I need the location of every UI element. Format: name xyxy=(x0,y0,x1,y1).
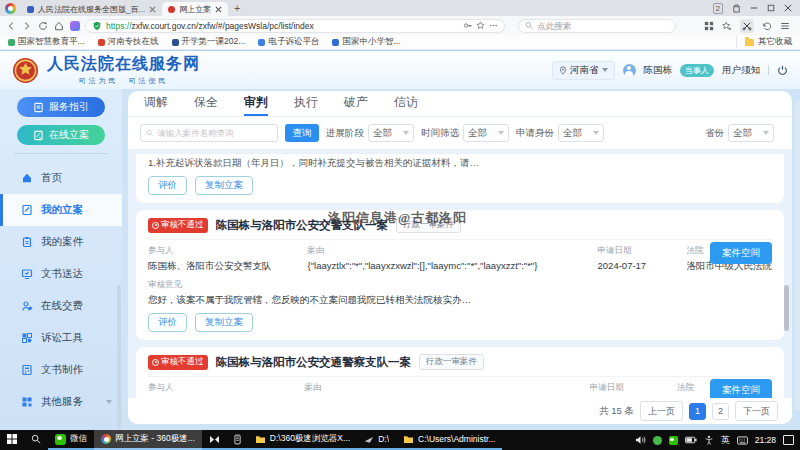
case-card: 审核不通过 陈国栋与洛阳市公安交警支队一案 行政一审案件 参与人陈国栋、洛阳市公… xyxy=(136,210,784,340)
sidebar-item-document-delivery[interactable]: 文书送达 xyxy=(0,258,122,290)
new-tab-button[interactable]: + xyxy=(234,3,240,14)
security-tray-icon[interactable] xyxy=(653,436,662,445)
taskbar-folder-2[interactable]: D:\ xyxy=(357,430,396,450)
system-tray: 英 21:28 xyxy=(635,430,800,450)
taskbar-folder-3[interactable]: C:\Users\Administr... xyxy=(396,430,502,450)
battery-icon[interactable] xyxy=(685,436,697,444)
bookmark-item[interactable]: 开学第一课202... xyxy=(172,36,246,48)
case-space-button[interactable]: 案件空间 xyxy=(710,242,772,264)
bookmark-star-icon[interactable] xyxy=(476,21,485,30)
copy-filing-button[interactable]: 复制立案 xyxy=(195,313,253,332)
extension-count-badge[interactable]: 2 xyxy=(713,3,723,14)
chevron-down-icon xyxy=(498,131,504,135)
bookmark-item[interactable]: 河南专技在线 xyxy=(98,36,159,48)
taskbar-app-reader[interactable] xyxy=(227,430,248,450)
undo-icon[interactable] xyxy=(762,21,772,31)
page-scrollbar-track[interactable] xyxy=(795,101,800,410)
logout-power-icon[interactable] xyxy=(777,65,788,76)
bookmark-item[interactable]: 电子诉讼平台 xyxy=(258,36,319,48)
province-filter-select[interactable]: 全部 xyxy=(728,124,774,142)
tab1-close-icon[interactable] xyxy=(149,6,156,13)
next-page-button[interactable]: 下一页 xyxy=(735,401,778,421)
bookmark-item[interactable]: 国家中小学智... xyxy=(332,36,400,48)
tab2-close-icon[interactable] xyxy=(215,6,222,13)
sidebar-item-online-payment[interactable]: 在线交费 xyxy=(0,290,122,322)
sidebar-button-online-filing[interactable]: 在线立案 xyxy=(17,125,105,145)
sidebar-item-my-filing[interactable]: 我的立案 xyxy=(0,194,122,226)
user-notice-link[interactable]: 用户须知 xyxy=(722,64,760,77)
sidebar-item-other-services[interactable]: 其他服务 xyxy=(0,386,122,418)
tab-enforcement[interactable]: 执行 xyxy=(294,91,318,116)
taskbar-search-button[interactable] xyxy=(24,430,48,450)
back-icon[interactable] xyxy=(6,21,16,31)
sidebar-item-document-maker[interactable]: 文书制作 xyxy=(0,354,122,386)
time-filter-select[interactable]: 全部 xyxy=(463,124,509,142)
page-1-button[interactable]: 1 xyxy=(689,403,706,420)
user-avatar[interactable] xyxy=(623,64,636,77)
apps-grid-icon[interactable] xyxy=(704,21,714,31)
bookmark-item[interactable]: 国家智慧教育平... xyxy=(8,36,85,48)
tab-mediation[interactable]: 调解 xyxy=(144,91,168,116)
other-bookmarks-folder[interactable]: 其它收藏 xyxy=(736,36,792,48)
evaluate-button[interactable]: 评价 xyxy=(148,313,187,332)
maximize-button[interactable] xyxy=(767,4,775,12)
screenshot-scissors-icon[interactable] xyxy=(740,19,754,33)
list-scrollbar[interactable] xyxy=(784,285,789,331)
tab-bankruptcy[interactable]: 破产 xyxy=(344,91,368,116)
theme-icon[interactable] xyxy=(732,4,741,13)
secure-shield-icon xyxy=(92,21,102,31)
accessibility-icon[interactable] xyxy=(704,435,714,445)
stage-filter-select[interactable]: 全部 xyxy=(368,124,414,142)
taskbar-wechat[interactable]: 微信 xyxy=(48,430,94,450)
ime-language-indicator[interactable]: 英 xyxy=(721,434,730,447)
sidebar-scrollbar[interactable] xyxy=(117,285,121,428)
more-options-icon[interactable] xyxy=(489,21,498,30)
tab-petition[interactable]: 信访 xyxy=(394,91,418,116)
tools-grid-icon xyxy=(21,332,33,344)
prev-page-button[interactable]: 上一页 xyxy=(640,401,683,421)
notification-center-icon[interactable] xyxy=(783,435,794,445)
case-space-button[interactable]: 案件空间 xyxy=(710,379,772,398)
taskbar-browser-window[interactable]: 网上立案 - 360极速... xyxy=(94,430,202,450)
copy-filing-button[interactable]: 复制立案 xyxy=(195,176,253,195)
location-pin-icon xyxy=(559,66,567,75)
refresh-icon[interactable] xyxy=(38,21,48,31)
start-button[interactable] xyxy=(0,430,24,450)
tab-trial[interactable]: 审判 xyxy=(244,91,268,116)
sidebar-item-home[interactable]: 首页 xyxy=(0,162,122,194)
case-search-input[interactable] xyxy=(157,128,272,138)
keyboard-icon[interactable] xyxy=(737,436,748,445)
volume-icon[interactable] xyxy=(635,435,646,445)
region-selector[interactable]: 河南省 xyxy=(552,61,615,80)
extension-icon[interactable] xyxy=(70,21,80,31)
browser-search-input[interactable] xyxy=(537,21,669,31)
favorites-star-icon[interactable] xyxy=(722,21,732,31)
address-bar[interactable]: https://zxfw.court.gov.cn/zxfw/#/pagesWs… xyxy=(85,19,505,33)
browser-search-box[interactable] xyxy=(518,19,676,33)
password-key-icon[interactable] xyxy=(463,21,472,30)
query-button[interactable]: 查询 xyxy=(285,124,319,142)
minimize-button[interactable] xyxy=(750,4,758,12)
tab-preservation[interactable]: 保全 xyxy=(194,91,218,116)
taskbar-folder-1[interactable]: D:\360极速浏览器X... xyxy=(248,430,357,450)
apply-date-label: 申请日期 xyxy=(598,245,687,257)
home-icon[interactable] xyxy=(54,21,64,31)
forward-icon[interactable] xyxy=(22,21,32,31)
case-card-partial: 1.补充起诉状落款日期（年月日），同时补充提交与被告相关的证据材料，请… 评价 … xyxy=(136,154,784,203)
wechat-tray-icon[interactable] xyxy=(669,436,678,445)
clock[interactable]: 21:28 xyxy=(755,435,776,445)
page-2-button[interactable]: 2 xyxy=(712,403,729,420)
case-search-field[interactable] xyxy=(140,124,278,142)
site-header: 人民法院在线服务网 司法为民 司法便民 河南省 陈国栋 当事人 用户须知 xyxy=(0,51,800,89)
close-window-button[interactable] xyxy=(784,4,792,12)
browser-tab-1[interactable]: 人民法院在线服务全国版_百... xyxy=(21,2,162,16)
sidebar-item-litigation-tools[interactable]: 诉讼工具 xyxy=(0,322,122,354)
sidebar-item-my-cases[interactable]: 我的案件 xyxy=(0,226,122,258)
identity-filter-select[interactable]: 全部 xyxy=(558,124,604,142)
taskbar-app-bowtie[interactable] xyxy=(202,430,227,450)
menu-icon[interactable] xyxy=(780,21,790,31)
evaluate-button[interactable]: 评价 xyxy=(148,176,187,195)
browser-tab-2-active[interactable]: 网上立案 xyxy=(162,2,228,16)
case-title: 陈国栋与洛阳市公安交警支队一案 xyxy=(216,218,389,233)
sidebar-button-service-guide[interactable]: 服务指引 xyxy=(17,97,105,117)
